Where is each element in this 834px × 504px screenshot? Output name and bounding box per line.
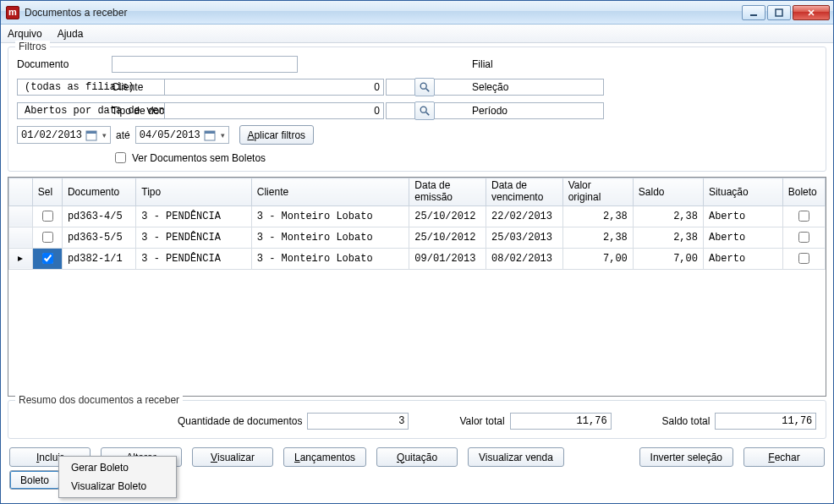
cell-boleto[interactable] bbox=[782, 205, 825, 227]
visualizar-button[interactable]: Visualizar bbox=[192, 447, 273, 467]
svg-rect-0 bbox=[750, 14, 757, 16]
valor-label: Valor total bbox=[459, 415, 504, 427]
sel-checkbox[interactable] bbox=[42, 232, 53, 243]
saldo-value bbox=[715, 413, 816, 430]
sel-cell[interactable] bbox=[32, 205, 62, 227]
col-rowheader[interactable] bbox=[9, 178, 33, 206]
col-emissao[interactable]: Data deemissão bbox=[409, 178, 486, 206]
window-title: Documentos a receber bbox=[25, 7, 127, 19]
cell-tipo: 3 - PENDÊNCIA bbox=[136, 205, 251, 227]
valor-value bbox=[510, 413, 612, 430]
gerar-boleto-item[interactable]: Gerar Boleto bbox=[61, 458, 174, 477]
saldo-label: Saldo total bbox=[662, 415, 711, 427]
row-header[interactable] bbox=[9, 205, 33, 227]
cell-emissao: 25/10/2012 bbox=[409, 205, 486, 227]
quitacao-button[interactable]: Quitação bbox=[376, 447, 458, 467]
row-header[interactable]: ▸ bbox=[9, 248, 33, 269]
close-button[interactable] bbox=[793, 5, 830, 20]
periodo-from[interactable]: 01/02/2013 ▾ bbox=[17, 126, 111, 144]
tipodoc-code-input[interactable] bbox=[164, 102, 384, 119]
visualizar-boleto-item[interactable]: Visualizar Boleto bbox=[61, 477, 174, 496]
calendar-icon bbox=[204, 129, 216, 141]
cell-saldo: 2,38 bbox=[633, 205, 703, 227]
col-cliente[interactable]: Cliente bbox=[251, 178, 409, 206]
window: Documentos a receber Arquivo Ajuda Filtr… bbox=[0, 0, 834, 504]
cell-boleto[interactable] bbox=[782, 248, 825, 269]
inverter-selecao-button[interactable]: Inverter seleção bbox=[639, 447, 733, 467]
col-documento[interactable]: Documento bbox=[62, 178, 135, 206]
maximize-button[interactable] bbox=[767, 5, 791, 20]
svg-line-5 bbox=[426, 112, 430, 116]
cell-vencimento: 08/02/2013 bbox=[486, 248, 563, 269]
col-vencimento[interactable]: Data devencimento bbox=[486, 178, 563, 206]
cell-situacao: Aberto bbox=[703, 227, 782, 248]
data-grid[interactable]: Sel Documento Tipo Cliente Data deemissã… bbox=[8, 177, 826, 397]
cliente-code-input[interactable] bbox=[164, 79, 384, 96]
periodo-to[interactable]: 04/05/2013 ▾ bbox=[135, 126, 229, 144]
aplicar-filtros-button[interactable]: Aplicar filtros bbox=[239, 125, 314, 145]
svg-rect-9 bbox=[205, 131, 215, 134]
fechar-button[interactable]: Fechar bbox=[743, 447, 825, 467]
sel-checkbox[interactable] bbox=[42, 253, 53, 264]
visualizar-venda-button[interactable]: Visualizar venda bbox=[468, 447, 564, 467]
cell-documento: pd363-4/5 bbox=[62, 205, 135, 227]
row-header[interactable] bbox=[9, 227, 33, 248]
col-saldo[interactable]: Saldo bbox=[633, 178, 703, 206]
menu-ajuda[interactable]: Ajuda bbox=[58, 28, 84, 40]
filters-group: Filtros Documento Filial (todas as filia… bbox=[8, 47, 826, 172]
cell-documento: pd382-1/1 bbox=[62, 248, 135, 269]
table-row[interactable]: pd363-5/53 - PENDÊNCIA3 - Monteiro Lobat… bbox=[9, 227, 826, 248]
col-situacao[interactable]: Situação bbox=[703, 178, 782, 206]
cell-valor: 7,00 bbox=[562, 248, 633, 269]
svg-rect-1 bbox=[776, 9, 782, 16]
boleto-checkbox[interactable] bbox=[798, 253, 809, 264]
minimize-button[interactable] bbox=[742, 5, 765, 20]
svg-point-4 bbox=[420, 107, 426, 112]
qtd-value bbox=[307, 413, 409, 430]
svg-rect-7 bbox=[86, 131, 96, 134]
tipodoc-search-button[interactable] bbox=[414, 101, 435, 120]
cell-tipo: 3 - PENDÊNCIA bbox=[136, 227, 251, 248]
cell-situacao: Aberto bbox=[703, 248, 782, 269]
menu-arquivo[interactable]: Arquivo bbox=[8, 28, 42, 40]
cell-cliente: 3 - Monteiro Lobato bbox=[251, 227, 409, 248]
ver-sem-boletos-label: Ver Documentos sem Boletos bbox=[132, 152, 266, 164]
cliente-search-button[interactable] bbox=[414, 78, 435, 96]
boleto-checkbox[interactable] bbox=[798, 232, 809, 243]
documento-label: Documento bbox=[17, 58, 110, 70]
selecao-label: Seleção bbox=[472, 81, 817, 93]
cell-emissao: 25/10/2012 bbox=[409, 227, 486, 248]
col-sel[interactable]: Sel bbox=[32, 178, 62, 206]
calendar-icon bbox=[85, 129, 97, 141]
svg-line-3 bbox=[426, 89, 430, 92]
svg-point-2 bbox=[420, 83, 426, 89]
table-row[interactable]: pd363-4/53 - PENDÊNCIA3 - Monteiro Lobat… bbox=[9, 205, 826, 227]
boleto-popup: Gerar Boleto Visualizar Boleto bbox=[58, 456, 177, 498]
sel-checkbox[interactable] bbox=[42, 211, 53, 222]
ver-sem-boletos-checkbox[interactable] bbox=[115, 152, 126, 163]
periodo-ate: até bbox=[116, 129, 130, 141]
col-tipo[interactable]: Tipo bbox=[136, 178, 251, 206]
boleto-button[interactable]: Boleto bbox=[9, 470, 60, 490]
col-boleto[interactable]: Boleto bbox=[782, 178, 825, 206]
sel-cell[interactable] bbox=[32, 248, 62, 269]
col-valor[interactable]: Valororiginal bbox=[562, 178, 633, 206]
menubar: Arquivo Ajuda bbox=[1, 25, 833, 43]
cell-valor: 2,38 bbox=[562, 205, 633, 227]
lancamentos-button[interactable]: Lançamentos bbox=[283, 447, 366, 467]
search-icon bbox=[419, 81, 431, 93]
cell-cliente: 3 - Monteiro Lobato bbox=[251, 205, 409, 227]
cliente-label: Cliente bbox=[112, 81, 162, 93]
cell-cliente: 3 - Monteiro Lobato bbox=[251, 248, 409, 269]
cell-boleto[interactable] bbox=[782, 227, 825, 248]
cell-situacao: Aberto bbox=[703, 205, 782, 227]
cell-documento: pd363-5/5 bbox=[62, 227, 135, 248]
table-row[interactable]: ▸pd382-1/13 - PENDÊNCIA3 - Monteiro Loba… bbox=[9, 248, 826, 269]
cell-saldo: 7,00 bbox=[633, 248, 703, 269]
boleto-checkbox[interactable] bbox=[798, 211, 809, 222]
app-icon bbox=[6, 6, 19, 19]
titlebar: Documentos a receber bbox=[1, 1, 833, 25]
periodo-label: Período bbox=[472, 105, 817, 117]
documento-input[interactable] bbox=[112, 56, 298, 73]
sel-cell[interactable] bbox=[32, 227, 62, 248]
